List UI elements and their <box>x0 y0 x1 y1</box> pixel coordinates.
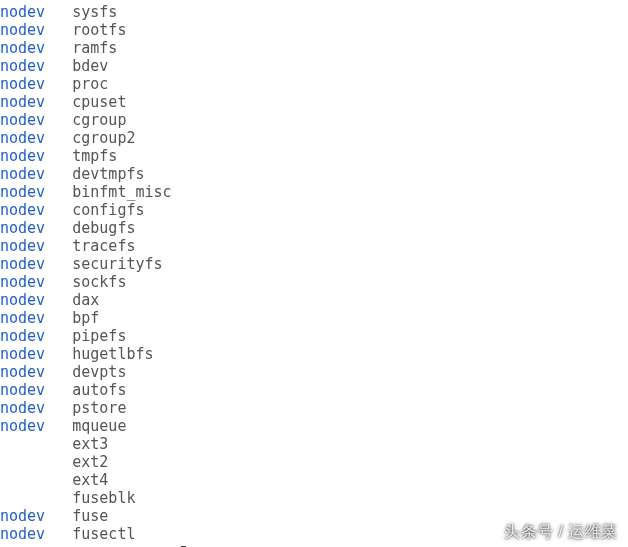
filesystem-row: nodevsysfs <box>0 3 628 21</box>
filesystem-name: sysfs <box>72 3 117 21</box>
filesystem-name: pipefs <box>72 327 126 345</box>
filesystem-flag: nodev <box>0 507 72 525</box>
filesystem-flag <box>0 435 72 453</box>
filesystem-flag: nodev <box>0 129 72 147</box>
filesystem-row: fuseblk <box>0 489 628 507</box>
filesystem-name: bdev <box>72 57 108 75</box>
filesystem-name: sockfs <box>72 273 126 291</box>
filesystem-row: nodevsockfs <box>0 273 628 291</box>
filesystem-flag: nodev <box>0 183 72 201</box>
filesystem-flag <box>0 471 72 489</box>
filesystem-flag: nodev <box>0 417 72 435</box>
filesystem-row: ext4 <box>0 471 628 489</box>
filesystem-name: debugfs <box>72 219 135 237</box>
filesystem-row: nodevcpuset <box>0 93 628 111</box>
filesystem-name: tracefs <box>72 237 135 255</box>
filesystem-flag: nodev <box>0 57 72 75</box>
filesystem-flag: nodev <box>0 525 72 543</box>
filesystem-flag: nodev <box>0 165 72 183</box>
filesystem-name: rootfs <box>72 21 126 39</box>
filesystem-name: devpts <box>72 363 126 381</box>
filesystem-row: nodevbinfmt_misc <box>0 183 628 201</box>
filesystem-name: binfmt_misc <box>72 183 171 201</box>
filesystem-row: nodevhugetlbfs <box>0 345 628 363</box>
filesystem-name: securityfs <box>72 255 162 273</box>
filesystem-row: nodevcgroup <box>0 111 628 129</box>
prompt-line[interactable] <box>0 543 628 547</box>
filesystem-row: ext2 <box>0 453 628 471</box>
filesystem-row: nodevdebugfs <box>0 219 628 237</box>
filesystem-flag: nodev <box>0 147 72 165</box>
filesystem-name: mqueue <box>72 417 126 435</box>
filesystem-name: devtmpfs <box>72 165 144 183</box>
filesystem-row: nodevpipefs <box>0 327 628 345</box>
filesystem-flag: nodev <box>0 381 72 399</box>
filesystem-name: dax <box>72 291 99 309</box>
filesystem-flag: nodev <box>0 201 72 219</box>
filesystem-row: nodevbdev <box>0 57 628 75</box>
filesystem-flag: nodev <box>0 75 72 93</box>
filesystem-flag: nodev <box>0 363 72 381</box>
filesystem-row: nodevfuse <box>0 507 628 525</box>
filesystem-row: nodevpstore <box>0 399 628 417</box>
filesystem-row: nodevbpf <box>0 309 628 327</box>
filesystem-flag: nodev <box>0 219 72 237</box>
filesystem-name: ext2 <box>72 453 108 471</box>
filesystem-name: ramfs <box>72 39 117 57</box>
filesystem-row: nodevsecurityfs <box>0 255 628 273</box>
filesystem-flag: nodev <box>0 291 72 309</box>
filesystem-row: nodevdevpts <box>0 363 628 381</box>
filesystem-flag: nodev <box>0 39 72 57</box>
filesystem-flag <box>0 453 72 471</box>
filesystem-row: nodevconfigfs <box>0 201 628 219</box>
filesystem-row: nodevautofs <box>0 381 628 399</box>
filesystem-flag: nodev <box>0 3 72 21</box>
filesystem-row: nodevdax <box>0 291 628 309</box>
filesystem-name: cpuset <box>72 93 126 111</box>
filesystem-row: nodevtmpfs <box>0 147 628 165</box>
terminal-output: nodevsysfsnodevrootfsnodevramfsnodevbdev… <box>0 0 628 547</box>
filesystem-flag: nodev <box>0 21 72 39</box>
filesystem-name: ext3 <box>72 435 108 453</box>
filesystem-name: cgroup2 <box>72 129 135 147</box>
filesystem-name: pstore <box>72 399 126 417</box>
filesystem-name: hugetlbfs <box>72 345 153 363</box>
filesystem-flag: nodev <box>0 309 72 327</box>
filesystem-name: configfs <box>72 201 144 219</box>
filesystem-row: ext3 <box>0 435 628 453</box>
filesystem-row: nodevmqueue <box>0 417 628 435</box>
filesystem-row: nodevproc <box>0 75 628 93</box>
filesystem-row: nodevrootfs <box>0 21 628 39</box>
filesystem-name: proc <box>72 75 108 93</box>
filesystem-name: ext4 <box>72 471 108 489</box>
filesystem-flag: nodev <box>0 327 72 345</box>
filesystem-name: cgroup <box>72 111 126 129</box>
filesystem-name: fuseblk <box>72 489 135 507</box>
filesystem-flag: nodev <box>0 111 72 129</box>
filesystem-flag: nodev <box>0 399 72 417</box>
filesystem-name: autofs <box>72 381 126 399</box>
filesystem-name: fusectl <box>72 525 135 543</box>
filesystem-flag: nodev <box>0 237 72 255</box>
filesystem-flag: nodev <box>0 273 72 291</box>
filesystem-flag: nodev <box>0 345 72 363</box>
filesystem-row: nodevramfs <box>0 39 628 57</box>
filesystem-flag: nodev <box>0 93 72 111</box>
filesystem-row: nodevdevtmpfs <box>0 165 628 183</box>
filesystem-name: fuse <box>72 507 108 525</box>
filesystem-row: nodevfusectl <box>0 525 628 543</box>
filesystem-flag <box>0 489 72 507</box>
filesystem-row: nodevtracefs <box>0 237 628 255</box>
filesystem-name: tmpfs <box>72 147 117 165</box>
filesystem-row: nodevcgroup2 <box>0 129 628 147</box>
filesystem-flag: nodev <box>0 255 72 273</box>
filesystem-name: bpf <box>72 309 99 327</box>
